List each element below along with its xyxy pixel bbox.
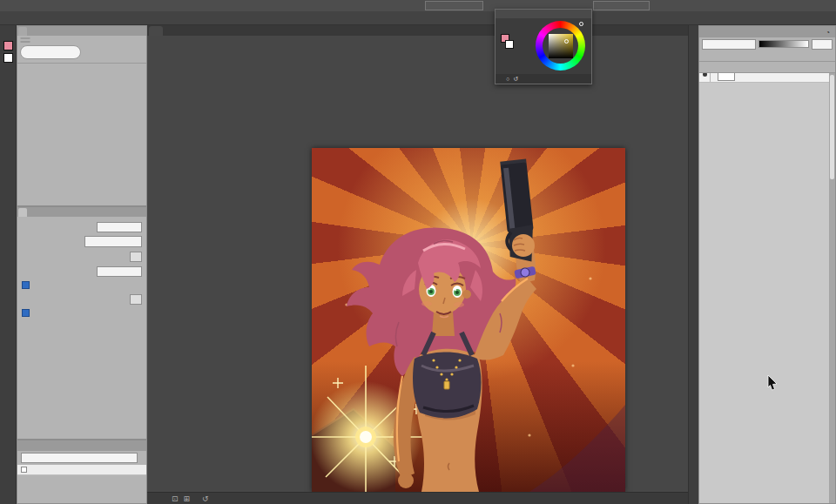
eye-icon (703, 73, 707, 77)
artwork-image (312, 148, 625, 492)
anti-aliasing-option-button[interactable] (130, 252, 142, 262)
floating-window-layer-story[interactable] (593, 1, 650, 10)
rotate-view-status-icon[interactable]: ↺ (202, 494, 209, 503)
stabilization-mode-option-button[interactable] (130, 294, 142, 305)
layer-panel: ◔ ▶ (698, 25, 836, 504)
main-color-swatch[interactable] (3, 41, 13, 50)
layer-list: ▶ (699, 73, 835, 503)
sub-color-swatch[interactable] (505, 40, 514, 49)
tool-strip (0, 25, 17, 504)
reset-color-icon[interactable]: ↺ (513, 76, 518, 83)
scrollbar-thumb[interactable] (830, 75, 834, 179)
layer-opacity-slider[interactable] (758, 40, 809, 48)
canvas-document-tab[interactable] (149, 26, 163, 36)
transparent-color-icon[interactable] (2, 66, 15, 76)
layer-row[interactable]: ▶ (699, 73, 835, 83)
sv-cursor[interactable] (564, 39, 569, 44)
hue-cursor[interactable] (579, 22, 583, 26)
sub-tool-category-tab[interactable] (20, 41, 30, 43)
adjust-by-speed-checkbox[interactable] (22, 281, 30, 289)
canvas-statusbar: ⊡ ⊞ ↺ (147, 492, 688, 504)
sub-color-swatch[interactable] (3, 53, 13, 63)
sub-tool-button[interactable] (20, 45, 81, 59)
menubar (0, 0, 836, 11)
layer-blend-mode-select[interactable] (702, 39, 756, 50)
layer-visibility-toggle[interactable] (699, 73, 711, 82)
canvas-area: ⊡ ⊞ ↺ (147, 25, 688, 504)
actual-pixels-icon[interactable]: ⊞ (184, 494, 191, 503)
main-toolbar (0, 11, 836, 25)
layer-opacity-value[interactable] (812, 39, 833, 50)
tool-property-panel (17, 206, 147, 440)
artwork-canvas[interactable] (312, 148, 625, 492)
auto-action-item[interactable] (17, 465, 146, 475)
stabilization-input[interactable] (97, 266, 142, 277)
sub-tool-category-tab[interactable] (20, 37, 30, 39)
saturation-value-square[interactable] (549, 34, 573, 58)
layer-list-scrollbar[interactable] (829, 73, 835, 503)
hue-ring[interactable] (536, 21, 585, 71)
opacity-input[interactable] (97, 222, 142, 232)
auto-action-checkbox[interactable] (21, 467, 27, 473)
sub-tool-panel (17, 25, 147, 206)
enable-snapping-checkbox[interactable] (22, 309, 30, 317)
layer-thumbnail[interactable] (718, 73, 735, 81)
canvas-viewport[interactable] (147, 36, 688, 492)
auto-action-set-select[interactable] (21, 453, 138, 463)
floating-window-layer-property[interactable] (425, 1, 483, 10)
color-mode-icon[interactable]: ○ (506, 76, 509, 82)
add-sub-tool-button[interactable] (17, 63, 146, 74)
layer-search-icon[interactable]: ◔ (826, 29, 830, 37)
auto-action-panel (17, 440, 147, 504)
blending-mode-select[interactable] (84, 236, 142, 247)
palette-dock (688, 25, 698, 504)
color-wheel-popup[interactable]: ○ ↺ (495, 9, 592, 84)
fit-to-screen-icon[interactable]: ⊡ (172, 494, 179, 503)
sub-tool-panel-tab[interactable] (18, 27, 27, 36)
tool-property-tab[interactable] (18, 208, 27, 217)
